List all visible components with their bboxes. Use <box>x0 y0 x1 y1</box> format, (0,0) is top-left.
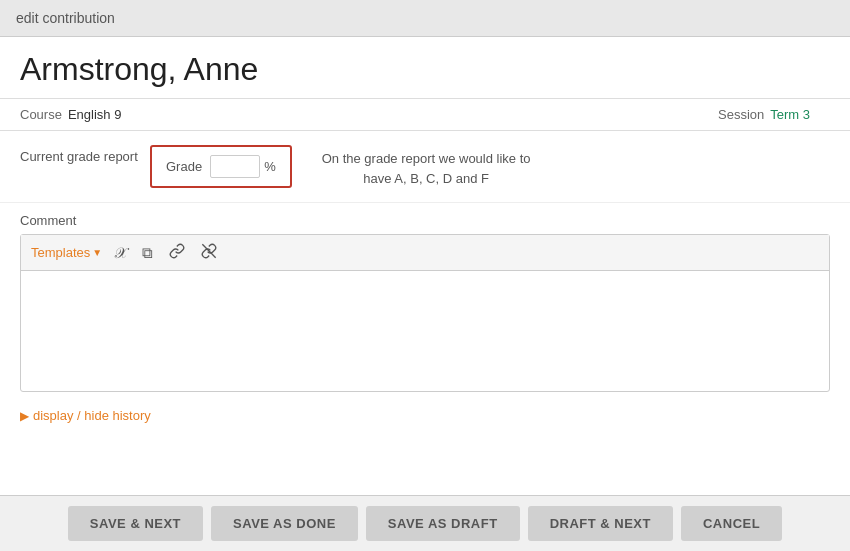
grade-hint: On the grade report we would like tohave… <box>322 145 531 188</box>
name-section: Armstrong, Anne <box>0 37 850 99</box>
session-section: Session Term 3 <box>415 107 830 122</box>
history-arrow: ▶ <box>20 409 29 423</box>
link-icon[interactable] <box>165 241 189 264</box>
comment-title: Comment <box>20 213 830 228</box>
grade-percent: % <box>264 159 276 174</box>
unlink-icon[interactable] <box>197 241 221 264</box>
header-bar: edit contribution <box>0 0 850 37</box>
student-name: Armstrong, Anne <box>20 51 830 88</box>
comment-editor[interactable] <box>21 271 829 391</box>
save-as-done-button[interactable]: SAVE AS DONE <box>211 506 358 541</box>
grade-report-title: Current grade report <box>20 145 150 164</box>
session-link[interactable]: Term 3 <box>770 107 810 122</box>
save-next-button[interactable]: SAVE & NEXT <box>68 506 203 541</box>
course-value: English 9 <box>68 107 121 122</box>
templates-dropdown[interactable]: Templates ▼ <box>31 245 102 260</box>
templates-chevron: ▼ <box>92 247 102 258</box>
draft-next-button[interactable]: DRAFT & NEXT <box>528 506 673 541</box>
grade-input[interactable] <box>210 155 260 178</box>
history-row: ▶ display / hide history <box>0 400 850 431</box>
comment-section: Comment Templates ▼ 𝒳 ⧉ <box>0 203 850 400</box>
grade-box: Grade % <box>150 145 292 188</box>
history-link-text: display / hide history <box>33 408 151 423</box>
copy-icon[interactable]: ⧉ <box>138 242 157 264</box>
templates-label: Templates <box>31 245 90 260</box>
save-as-draft-button[interactable]: SAVE AS DRAFT <box>366 506 520 541</box>
session-label: Session <box>718 107 764 122</box>
editor-container: Templates ▼ 𝒳 ⧉ <box>20 234 830 392</box>
grade-label: Grade <box>166 159 202 174</box>
format-clear-icon[interactable]: 𝒳 <box>110 242 130 264</box>
course-section: Course English 9 <box>20 107 415 122</box>
editor-toolbar: Templates ▼ 𝒳 ⧉ <box>21 235 829 271</box>
course-session-row: Course English 9 Session Term 3 <box>0 99 850 131</box>
course-label: Course <box>20 107 62 122</box>
header-title: edit contribution <box>16 10 115 26</box>
history-link[interactable]: ▶ display / hide history <box>20 408 830 423</box>
grade-report-section: Current grade report Grade % On the grad… <box>0 131 850 203</box>
footer-buttons: SAVE & NEXT SAVE AS DONE SAVE AS DRAFT D… <box>0 495 850 551</box>
cancel-button[interactable]: CANCEL <box>681 506 782 541</box>
